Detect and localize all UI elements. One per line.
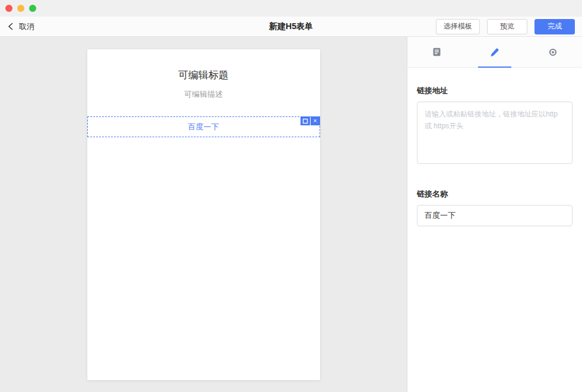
form-card: 可编辑标题 可编辑描述 百度一下 × [87,49,320,380]
page-title: 新建H5表单 [269,21,313,32]
panel-tabs [407,37,582,68]
link-name-label: 链接名称 [417,189,572,200]
edit-form: 链接地址 链接名称 [407,68,582,226]
close-icon: × [313,118,317,124]
tab-components[interactable] [407,37,466,67]
editable-title[interactable]: 可编辑标题 [87,68,320,82]
link-name-input[interactable] [417,205,572,226]
main-area: 可编辑标题 可编辑描述 百度一下 × [0,37,582,392]
canvas: 可编辑标题 可编辑描述 百度一下 × [0,37,407,392]
link-address-label: 链接地址 [417,86,572,96]
right-panel: 链接地址 链接名称 [407,37,582,392]
copy-component-button[interactable] [301,116,310,125]
header: 取消 新建H5表单 选择模板 预览 完成 [0,17,582,37]
preview-button[interactable]: 预览 [487,19,527,34]
pencil-icon [490,48,499,57]
copy-icon [302,118,308,124]
header-actions: 选择模板 预览 完成 [436,19,575,34]
component-actions: × [301,116,320,125]
cancel-button[interactable]: 取消 [7,21,34,32]
tab-settings[interactable] [524,37,582,67]
done-button[interactable]: 完成 [534,19,575,34]
minimize-window-button[interactable] [17,5,24,12]
tab-edit[interactable] [466,37,524,67]
cancel-label: 取消 [19,21,34,32]
zoom-window-button[interactable] [29,5,36,12]
gear-icon [548,48,558,57]
link-component-selected[interactable]: 百度一下 × [87,116,320,137]
titlebar [0,0,582,17]
back-chevron-icon [7,23,14,30]
form-list-icon [432,47,442,57]
delete-component-button[interactable]: × [311,116,320,125]
link-text[interactable]: 百度一下 [188,122,219,132]
link-address-input[interactable] [417,102,572,164]
close-window-button[interactable] [5,5,12,12]
select-template-button[interactable]: 选择模板 [436,19,480,34]
editable-description[interactable]: 可编辑描述 [87,89,320,100]
app-window: 取消 新建H5表单 选择模板 预览 完成 可编辑标题 可编辑描述 百度一下 [0,0,582,392]
